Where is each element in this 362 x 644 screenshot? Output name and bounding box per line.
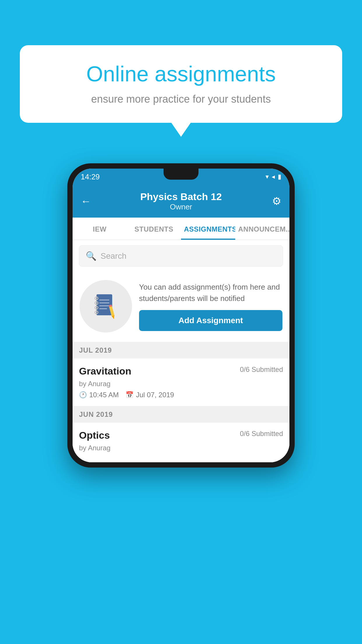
optics-title: Optics bbox=[79, 430, 110, 441]
search-input[interactable]: 🔍 Search bbox=[79, 245, 283, 267]
app-bar-title: Physics Batch 12 bbox=[98, 191, 264, 202]
assignment-item-optics[interactable]: Optics 0/6 Submitted by Anurag bbox=[73, 423, 289, 462]
promo-text-group: You can add assignment(s) from here and … bbox=[139, 281, 282, 331]
status-time: 14:29 bbox=[81, 172, 100, 181]
search-container: 🔍 Search bbox=[73, 240, 289, 272]
assignment-item-gravitation[interactable]: Gravitation 0/6 Submitted by Anurag 🕐 10… bbox=[73, 358, 289, 406]
assignment-meta: 🕐 10:45 AM 📅 Jul 07, 2019 bbox=[79, 391, 283, 399]
promo-icon-circle bbox=[80, 280, 132, 332]
assignment-header-optics: Optics 0/6 Submitted bbox=[79, 430, 283, 441]
tab-assignments[interactable]: ASSIGNMENTS bbox=[181, 218, 235, 240]
tab-students[interactable]: STUDENTS bbox=[127, 218, 181, 240]
svg-rect-6 bbox=[99, 302, 109, 303]
status-bar: 14:29 ▾ ◂ ▮ bbox=[73, 169, 289, 185]
tab-announcements[interactable]: ANNOUNCEM... bbox=[235, 218, 289, 240]
screen-content: 🔍 Search bbox=[73, 240, 289, 462]
settings-button[interactable]: ⚙ bbox=[264, 195, 281, 207]
notch bbox=[164, 169, 198, 180]
assignment-time: 🕐 10:45 AM bbox=[79, 391, 119, 399]
status-icons: ▾ ◂ ▮ bbox=[266, 173, 281, 181]
app-bar-subtitle: Owner bbox=[98, 202, 264, 211]
signal-icon: ◂ bbox=[272, 173, 275, 181]
speech-bubble-container: Online assignments ensure more practice … bbox=[20, 45, 342, 123]
speech-bubble-title: Online assignments bbox=[40, 61, 322, 87]
search-icon: 🔍 bbox=[86, 251, 96, 261]
add-assignment-button[interactable]: Add Assignment bbox=[139, 310, 282, 331]
speech-bubble-subtitle: ensure more practice for your students bbox=[40, 93, 322, 105]
phone-wrapper: 14:29 ▾ ◂ ▮ ← Physics Batch 12 Owner ⚙ I… bbox=[67, 163, 295, 468]
tab-iew[interactable]: IEW bbox=[73, 218, 127, 240]
svg-rect-8 bbox=[99, 308, 107, 309]
speech-bubble: Online assignments ensure more practice … bbox=[20, 45, 342, 123]
app-bar-title-group: Physics Batch 12 Owner bbox=[98, 191, 264, 211]
assignment-date: 📅 Jul 07, 2019 bbox=[126, 391, 174, 399]
assignment-header: Gravitation 0/6 Submitted bbox=[79, 365, 283, 377]
svg-rect-0 bbox=[96, 294, 112, 315]
svg-rect-7 bbox=[99, 305, 109, 306]
clock-icon: 🕐 bbox=[79, 391, 87, 399]
assignment-author: by Anurag bbox=[79, 380, 283, 388]
back-button[interactable]: ← bbox=[81, 195, 98, 207]
assignment-submitted: 0/6 Submitted bbox=[240, 365, 283, 374]
svg-marker-10 bbox=[112, 315, 115, 319]
app-bar: ← Physics Batch 12 Owner ⚙ bbox=[73, 185, 289, 218]
phone-screen: 14:29 ▾ ◂ ▮ ← Physics Batch 12 Owner ⚙ I… bbox=[73, 169, 289, 462]
phone-frame: 14:29 ▾ ◂ ▮ ← Physics Batch 12 Owner ⚙ I… bbox=[67, 163, 295, 468]
promo-section: You can add assignment(s) from here and … bbox=[73, 272, 289, 342]
wifi-icon: ▾ bbox=[266, 173, 269, 181]
calendar-icon: 📅 bbox=[126, 391, 133, 399]
battery-icon: ▮ bbox=[278, 173, 281, 181]
search-placeholder: Search bbox=[101, 251, 126, 261]
assignment-title: Gravitation bbox=[79, 365, 131, 377]
month-divider-jul: JUL 2019 bbox=[73, 342, 289, 358]
svg-rect-5 bbox=[99, 300, 109, 300]
optics-submitted: 0/6 Submitted bbox=[240, 430, 283, 438]
month-divider-jun: JUN 2019 bbox=[73, 406, 289, 423]
promo-description: You can add assignment(s) from here and … bbox=[139, 281, 282, 304]
notebook-icon bbox=[94, 293, 117, 319]
tabs-bar: IEW STUDENTS ASSIGNMENTS ANNOUNCEM... bbox=[73, 218, 289, 240]
optics-author: by Anurag bbox=[79, 444, 283, 452]
